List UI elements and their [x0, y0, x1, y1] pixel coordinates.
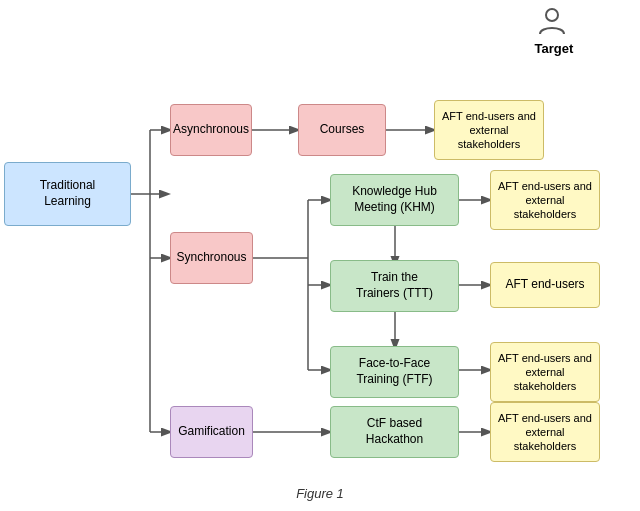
synchronous-label: Synchronous: [176, 250, 246, 266]
aft2-box: AFT end-users and external stakeholders: [490, 170, 600, 230]
target-icon: [536, 6, 568, 38]
svg-point-20: [546, 9, 558, 21]
train-trainers-label: Train the Trainers (TTT): [356, 270, 433, 301]
aft3-box: AFT end-users: [490, 262, 600, 308]
courses-box: Courses: [298, 104, 386, 156]
traditional-learning-box: Traditional Learning: [4, 162, 131, 226]
traditional-learning-label: Traditional Learning: [40, 178, 96, 209]
target-label: Target: [518, 38, 590, 60]
knowledge-hub-label: Knowledge Hub Meeting (KHM): [352, 184, 437, 215]
aft5-box: AFT end-users and external stakeholders: [490, 402, 600, 462]
aft4-box: AFT end-users and external stakeholders: [490, 342, 600, 402]
asynchronous-box: Asynchronous: [170, 104, 252, 156]
train-trainers-box: Train the Trainers (TTT): [330, 260, 459, 312]
face-to-face-box: Face-to-Face Training (FTF): [330, 346, 459, 398]
aft1-label: AFT end-users and external stakeholders: [441, 109, 537, 152]
figure-caption: Figure 1: [296, 486, 344, 501]
aft3-label: AFT end-users: [505, 277, 584, 293]
diagram: Target Traditional Learning Asynchronous…: [0, 0, 640, 511]
aft2-label: AFT end-users and external stakeholders: [497, 179, 593, 222]
ctf-hackathon-box: CtF based Hackathon: [330, 406, 459, 458]
ctf-hackathon-label: CtF based Hackathon: [366, 416, 423, 447]
knowledge-hub-box: Knowledge Hub Meeting (KHM): [330, 174, 459, 226]
gamification-box: Gamification: [170, 406, 253, 458]
gamification-label: Gamification: [178, 424, 245, 440]
face-to-face-label: Face-to-Face Training (FTF): [356, 356, 432, 387]
synchronous-box: Synchronous: [170, 232, 253, 284]
asynchronous-label: Asynchronous: [173, 122, 249, 138]
aft1-box: AFT end-users and external stakeholders: [434, 100, 544, 160]
aft5-label: AFT end-users and external stakeholders: [497, 411, 593, 454]
aft4-label: AFT end-users and external stakeholders: [497, 351, 593, 394]
courses-label: Courses: [320, 122, 365, 138]
